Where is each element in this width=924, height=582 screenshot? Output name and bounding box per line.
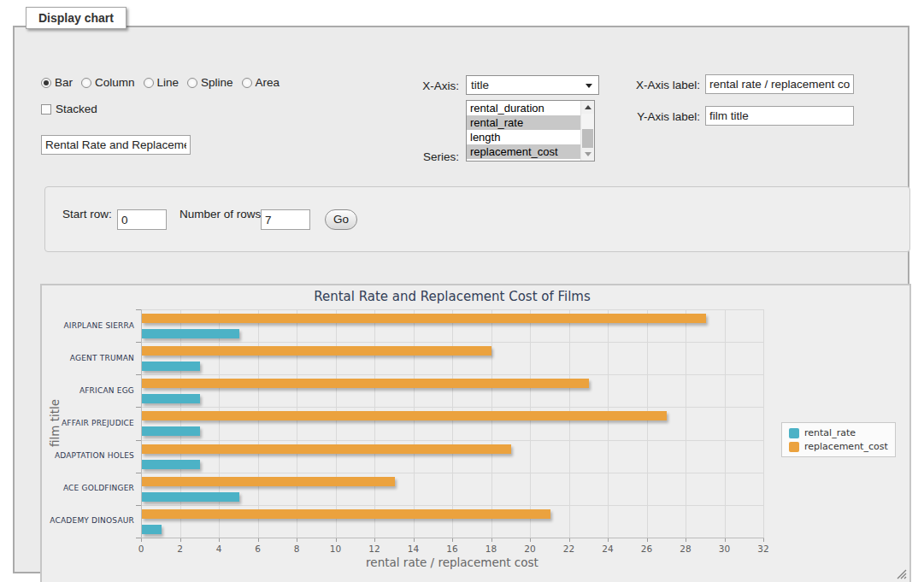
row-range-panel: Start row: Number of rows: Go — [44, 186, 910, 252]
chart-title-input[interactable] — [41, 135, 191, 155]
category-label: ADAPTATION HOLES — [42, 451, 134, 461]
category-label: AGENT TRUMAN — [42, 354, 134, 363]
x-axis-tick — [258, 538, 259, 542]
chart-type-radio-spline[interactable]: Spline — [187, 76, 233, 89]
x-axis-tick — [608, 538, 609, 542]
chart-type-radio-bar[interactable]: Bar — [41, 76, 73, 89]
radio-button-icon — [81, 78, 91, 88]
stacked-checkbox-row[interactable]: Stacked — [41, 103, 97, 115]
category-label: ACE GOLDFINGER — [42, 484, 134, 493]
legend-label: replacement_cost — [804, 441, 888, 452]
x-tick-label: 6 — [241, 544, 275, 554]
x-axis-tick — [219, 538, 220, 542]
bar-replacement_cost-ace-goldfinger — [142, 477, 395, 486]
bar-rental_rate-ace-goldfinger — [142, 492, 239, 502]
x-axis-tick — [374, 538, 375, 542]
x-axis-tick — [530, 538, 531, 542]
x-axis-label-input[interactable] — [705, 74, 854, 94]
y-axis-line — [141, 309, 142, 538]
chart-type-radio-column[interactable]: Column — [81, 76, 135, 89]
legend-item-rental_rate[interactable]: rental_rate — [789, 427, 888, 438]
number-of-rows-label: Number of rows: — [180, 208, 264, 220]
gridline-vertical — [725, 309, 726, 538]
triangle-down-icon — [585, 152, 591, 156]
radio-button-icon — [242, 78, 252, 88]
resize-grip-icon[interactable] — [897, 569, 907, 579]
bar-rental_rate-agent-truman — [142, 362, 200, 371]
radio-button-icon — [144, 78, 154, 88]
chart-type-radio-line[interactable]: Line — [144, 76, 180, 89]
x-axis-select[interactable]: title — [466, 75, 599, 95]
series-select-label: Series: — [399, 150, 459, 163]
x-axis-line — [141, 538, 764, 538]
series-options: rental_durationrental_ratelengthreplacem… — [467, 101, 594, 159]
chart-type-radio-label: Line — [157, 76, 180, 89]
x-tick-label: 30 — [708, 544, 742, 554]
x-axis-tick — [686, 538, 686, 542]
number-of-rows-input[interactable] — [261, 209, 310, 230]
bar-replacement_cost-african-egg — [142, 379, 589, 388]
bar-replacement_cost-adaptation-holes — [142, 444, 511, 454]
page: Display chart BarColumnLineSplineArea St… — [0, 0, 924, 582]
start-row-input[interactable] — [117, 209, 167, 230]
chart-type-radio-label: Column — [95, 76, 135, 89]
bar-rental_rate-affair-prejudice — [142, 426, 200, 436]
chart-legend: rental_ratereplacement_cost — [781, 422, 896, 457]
bar-rental_rate-airplane-sierra — [142, 329, 239, 338]
x-tick-label: 18 — [474, 544, 509, 554]
x-tick-label: 24 — [591, 544, 625, 554]
chart-type-radio-area[interactable]: Area — [242, 76, 280, 89]
x-axis-tick — [297, 538, 297, 542]
series-option-rental_rate[interactable]: rental_rate — [467, 115, 580, 130]
x-axis-label-label: X-Axis label: — [621, 79, 700, 91]
x-axis-tick — [414, 538, 415, 542]
series-option-length[interactable]: length — [467, 130, 580, 144]
x-tick-label: 28 — [668, 544, 703, 554]
chart-type-radio-label: Area — [256, 76, 280, 89]
x-axis-tick — [491, 538, 492, 542]
chart-type-radio-label: Bar — [55, 76, 73, 89]
bar-rental_rate-academy-dinosaur — [142, 525, 162, 534]
bar-replacement_cost-affair-prejudice — [142, 411, 667, 420]
legend-item-replacement_cost[interactable]: replacement_cost — [789, 441, 888, 452]
radio-button-icon — [187, 78, 197, 88]
chart-type-radio-group: BarColumnLineSplineArea — [41, 76, 280, 89]
x-axis-tick — [763, 538, 764, 542]
x-tick-label: 32 — [746, 544, 780, 554]
plot-area: 02468101214161820222426283032AIRPLANE SI… — [141, 309, 763, 538]
gridline-vertical — [297, 309, 297, 538]
start-row-label: Start row: — [62, 208, 112, 220]
series-option-rental_duration[interactable]: rental_duration — [467, 101, 580, 115]
chart-panel: Rental Rate and Replacement Cost of Film… — [40, 284, 911, 582]
scroll-up-button[interactable] — [581, 101, 594, 114]
scroll-down-button[interactable] — [581, 148, 594, 161]
x-tick-label: 22 — [552, 544, 586, 554]
series-option-replacement_cost[interactable]: replacement_cost — [467, 144, 580, 159]
display-chart-fieldset: BarColumnLineSplineArea Stacked X-Axis: … — [13, 26, 909, 573]
gridline-vertical — [336, 309, 337, 538]
gridline-vertical — [569, 309, 570, 538]
x-tick-label: 16 — [435, 544, 469, 554]
gridline-vertical — [414, 309, 415, 538]
stacked-checkbox[interactable] — [41, 104, 51, 115]
x-axis-select-label: X-Axis: — [399, 79, 459, 92]
x-tick-label: 26 — [630, 544, 664, 554]
y-axis-label-input[interactable] — [705, 106, 854, 126]
x-tick-label: 14 — [397, 544, 431, 554]
series-listbox[interactable]: rental_durationrental_ratelengthreplacem… — [466, 100, 595, 162]
radio-button-icon — [41, 78, 51, 88]
series-scrollbar[interactable] — [580, 101, 594, 161]
x-axis-tick — [725, 538, 726, 542]
x-axis-tick — [647, 538, 648, 542]
category-label: ACADEMY DINOSAUR — [42, 516, 134, 526]
x-tick-label: 2 — [163, 544, 197, 554]
y-axis-label-label: Y-Axis label: — [621, 110, 700, 123]
gridline-vertical — [219, 309, 220, 538]
bar-replacement_cost-agent-truman — [142, 346, 491, 356]
gridline-vertical — [530, 309, 531, 538]
scrollbar-thumb[interactable] — [582, 129, 593, 148]
gridline-vertical — [374, 309, 375, 538]
x-tick-label: 8 — [280, 544, 314, 554]
go-button[interactable]: Go — [325, 209, 357, 230]
x-axis-tick — [452, 538, 453, 542]
